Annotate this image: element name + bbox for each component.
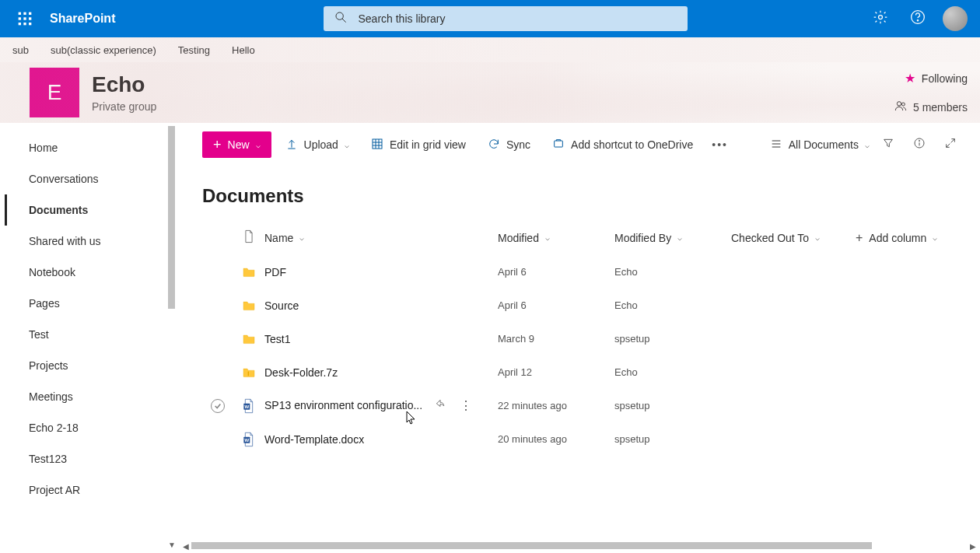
search-input[interactable] [358, 12, 677, 25]
svg-rect-6 [19, 23, 21, 25]
modifiedby-cell[interactable]: spsetup [614, 433, 731, 445]
sidebar-item[interactable]: Test [5, 319, 179, 350]
file-name[interactable]: SP13 environment configuratio...⋮ [264, 398, 498, 413]
settings-button[interactable] [862, 0, 899, 37]
view-selector[interactable]: All Documents ⌵ [770, 138, 870, 152]
sidebar-item[interactable]: Conversations [5, 163, 179, 194]
column-headers-row: Name⌵ Modified⌵ Modified By⌵ Checked Out… [202, 221, 963, 255]
svg-rect-4 [23, 17, 26, 19]
modifiedby-cell[interactable]: Echo [614, 299, 731, 311]
svg-rect-1 [23, 12, 26, 15]
info-icon [913, 137, 926, 152]
info-button[interactable] [907, 132, 932, 157]
chevron-down-icon: ⌵ [815, 233, 820, 242]
svg-rect-0 [19, 12, 21, 15]
svg-rect-7 [23, 23, 26, 25]
more-icon[interactable]: ⋮ [460, 398, 472, 413]
svg-point-9 [336, 12, 343, 19]
table-row[interactable]: SourceApril 6Echo [202, 289, 963, 322]
sidebar-item[interactable]: Echo 2-18 [5, 412, 179, 443]
sync-button[interactable]: Sync [480, 131, 538, 158]
suite-nav-bar: SharePoint [0, 0, 980, 37]
name-column-header[interactable]: Name⌵ [264, 232, 498, 244]
members-icon [894, 100, 907, 114]
user-avatar[interactable] [943, 6, 968, 31]
select-circle[interactable] [211, 399, 225, 413]
star-icon: ★ [905, 71, 915, 86]
file-name[interactable]: Desk-Folder.7z [264, 366, 498, 379]
svg-rect-16 [373, 139, 382, 149]
scroll-right-arrow[interactable]: ▶ [968, 541, 978, 551]
sidebar-item[interactable]: Shared with us [5, 226, 179, 257]
expand-button[interactable] [938, 132, 963, 157]
sidebar-item[interactable]: Test123 [5, 443, 179, 474]
scroll-thumb[interactable] [168, 126, 175, 309]
filter-button[interactable] [876, 132, 901, 157]
table-row[interactable]: PDFApril 6Echo [202, 255, 963, 289]
sidebar-item[interactable]: Notebook [5, 257, 179, 288]
app-launcher-button[interactable] [6, 0, 44, 37]
sidebar-item[interactable]: Home [5, 132, 179, 163]
modified-column-header[interactable]: Modified⌵ [498, 232, 614, 244]
modifiedby-column-header[interactable]: Modified By⌵ [614, 232, 731, 244]
modifiedby-cell[interactable]: Echo [614, 266, 731, 278]
search-icon [334, 11, 347, 26]
horizontal-scrollbar[interactable]: ◀ ▶ [180, 541, 978, 551]
svg-text:W: W [244, 437, 249, 442]
nav-link[interactable]: sub [12, 44, 29, 56]
sidebar-item[interactable]: Project AR [5, 474, 179, 506]
table-row[interactable]: Test1March 9spsetup [202, 322, 963, 355]
upload-button[interactable]: Upload ⌵ [278, 131, 357, 158]
content-area: + New ⌵ Upload ⌵ Edit in grid view Sync … [179, 123, 980, 553]
search-box[interactable] [324, 6, 688, 31]
new-button[interactable]: + New ⌵ [202, 131, 271, 158]
modifiedby-cell[interactable]: Echo [614, 366, 731, 378]
type-column-header[interactable] [233, 229, 264, 246]
svg-rect-8 [29, 23, 31, 25]
table-row[interactable]: Desk-Folder.7zApril 12Echo [202, 355, 963, 389]
nav-link[interactable]: Hello [232, 44, 255, 56]
table-row[interactable]: WSP13 environment configuratio...⋮22 min… [202, 389, 963, 422]
top-nav-links: sub sub(classic experience) Testing Hell… [0, 37, 980, 62]
gear-icon [873, 9, 888, 28]
chevron-down-icon: ⌵ [545, 233, 550, 242]
sidebar-item[interactable]: Documents [5, 194, 179, 226]
sidebar-item[interactable]: Meetings [5, 381, 179, 412]
filter-icon [882, 137, 894, 152]
follow-button[interactable]: ★ Following [905, 71, 968, 86]
chevron-down-icon: ⌵ [677, 233, 682, 242]
svg-rect-21 [555, 141, 563, 147]
file-name[interactable]: Source [264, 299, 498, 312]
brand-label[interactable]: SharePoint [44, 12, 121, 26]
edit-grid-button[interactable]: Edit in grid view [363, 131, 474, 158]
sidebar-item[interactable]: Projects [5, 350, 179, 381]
overflow-button[interactable]: ••• [707, 131, 733, 158]
modifiedby-cell[interactable]: spsetup [614, 333, 731, 345]
site-logo[interactable]: E [30, 68, 79, 117]
share-icon[interactable] [435, 398, 446, 413]
nav-link[interactable]: Testing [178, 44, 210, 56]
site-title[interactable]: Echo [92, 72, 156, 97]
add-shortcut-button[interactable]: Add shortcut to OneDrive [544, 131, 701, 158]
add-column-button[interactable]: + Add column⌵ [856, 231, 963, 245]
members-button[interactable]: 5 members [894, 100, 968, 114]
file-type-icon: W [233, 398, 264, 414]
members-label: 5 members [913, 101, 968, 114]
table-row[interactable]: WWord-Template.docx20 minutes agospsetup [202, 422, 963, 456]
modified-cell: April 6 [498, 266, 614, 278]
scroll-down-arrow[interactable]: ▼ [166, 539, 177, 550]
file-name[interactable]: PDF [264, 266, 498, 278]
scroll-thumb[interactable] [191, 542, 872, 549]
file-name[interactable]: Word-Template.docx [264, 433, 498, 446]
file-icon [243, 229, 254, 246]
help-button[interactable] [899, 0, 936, 37]
file-name[interactable]: Test1 [264, 333, 498, 345]
checkedout-column-header[interactable]: Checked Out To⌵ [731, 232, 856, 244]
sidebar-scrollbar[interactable]: ▼ [166, 126, 177, 550]
scroll-left-arrow[interactable]: ◀ [180, 541, 191, 551]
follow-label: Following [922, 72, 968, 85]
modifiedby-cell[interactable]: spsetup [614, 400, 731, 411]
nav-link[interactable]: sub(classic experience) [51, 44, 156, 56]
sidebar-item[interactable]: Pages [5, 288, 179, 319]
modified-cell: 22 minutes ago [498, 400, 614, 411]
